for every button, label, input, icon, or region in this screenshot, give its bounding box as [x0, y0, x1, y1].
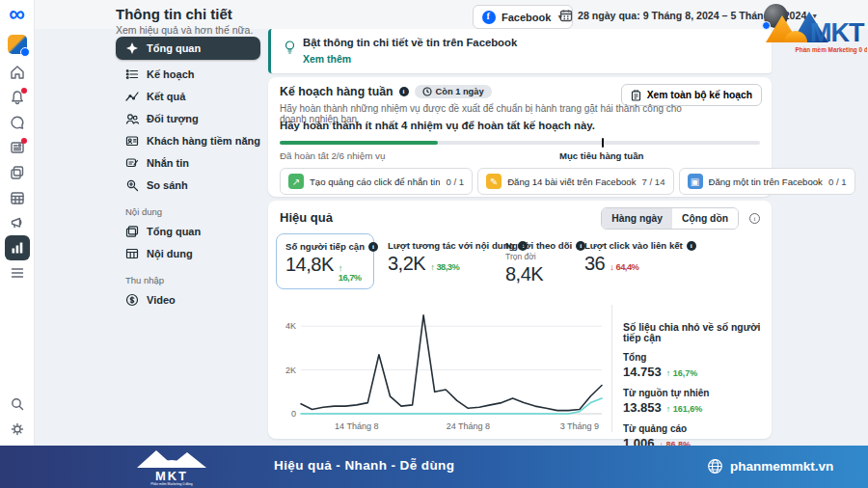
- trend-line-icon: [125, 90, 139, 103]
- sidebar-item-label: Nhắn tin: [147, 157, 189, 169]
- footer-tagline: Hiệu quả - Nhanh - Dễ dùng: [274, 458, 454, 473]
- metric-followers[interactable]: Người theo dõi Trọn đời 8,4K: [505, 240, 585, 285]
- sidebar-item-label: Khách hàng tiềm năng: [147, 135, 260, 147]
- posts-icon[interactable]: [5, 135, 30, 160]
- sidebar-item-plan[interactable]: Kế hoạch: [116, 66, 260, 82]
- weekly-plan-card: Kế hoạch hàng tuần Còn 1 ngày Xem toàn b…: [268, 77, 772, 197]
- notification-dot: [21, 88, 27, 94]
- sidebar-item-video[interactable]: Video: [116, 291, 260, 308]
- metric-label: Lượt click vào liên kết: [584, 240, 683, 251]
- stories-insights-banner: Bật thông tin chi tiết về tin trên Faceb…: [268, 29, 772, 73]
- sidebar-item-content[interactable]: Nội dung: [116, 245, 260, 261]
- footer-logo-text: MKT: [155, 469, 188, 483]
- progress-bar: [280, 141, 760, 145]
- sidebar-item-results[interactable]: Kết quả: [116, 88, 260, 104]
- notifications-icon[interactable]: [5, 85, 30, 110]
- metric-label: Lượt tương tác với nội dung: [388, 240, 514, 251]
- planner-icon[interactable]: [5, 185, 30, 210]
- progress-target-label: Mục tiêu hàng tuần: [559, 150, 643, 161]
- account-selector[interactable]: Facebook ▼: [473, 5, 573, 29]
- weekly-plan-title: Kế hoạch hàng tuần: [280, 85, 393, 98]
- dollar-circle-icon: [125, 293, 139, 307]
- breakdown-label: Từ nguồn tự nhiên: [623, 388, 764, 398]
- days-left-badge: Còn 1 ngày: [415, 85, 492, 98]
- sidebar-item-label: Tổng quan: [147, 226, 201, 237]
- content-copy-icon: [125, 225, 139, 238]
- insights-icon[interactable]: [5, 235, 30, 260]
- metric-label: Số người tiếp cận: [285, 241, 365, 252]
- page-title: Thông tin chi tiết: [116, 6, 232, 22]
- info-icon[interactable]: [368, 242, 378, 252]
- watermark-subtext: Phần mềm Marketing 0 đồng: [796, 45, 868, 54]
- progress-completed-label: Đã hoàn tất 2/6 nhiệm vụ: [280, 150, 385, 161]
- compare-magnifier-icon: [125, 178, 139, 192]
- svg-text:2K: 2K: [285, 366, 296, 375]
- metric-value: 36: [584, 253, 605, 275]
- left-rail: [0, 0, 35, 446]
- tab-daily[interactable]: Hàng ngày: [602, 208, 672, 229]
- insights-sidebar: Tổng quan Kế hoạch Kết quả Đối tượng Khá…: [116, 37, 260, 308]
- sidebar-item-label: So sánh: [147, 179, 188, 191]
- page-subtitle: Xem hiệu quả và hơn thế nữa.: [116, 24, 253, 36]
- breakdown-row-total: Tổng 14.75316,7%: [623, 352, 764, 379]
- calendar-icon: [559, 9, 573, 22]
- story-photo-icon: ▣: [688, 174, 703, 189]
- info-icon[interactable]: [687, 241, 696, 251]
- mkt-footer-logo: MKT Phần mềm Marketing 0 đồng: [123, 447, 224, 488]
- sidebar-item-audience[interactable]: Đối tượng: [116, 110, 260, 126]
- sidebar-item-leads[interactable]: Khách hàng tiềm năng: [116, 132, 260, 149]
- globe-icon: [707, 458, 723, 478]
- sidebar-item-content-overview[interactable]: Tổng quan: [116, 223, 260, 239]
- ads-icon[interactable]: [5, 210, 30, 235]
- sidebar-item-messaging[interactable]: Nhắn tin: [116, 154, 260, 171]
- meta-logo-icon[interactable]: [9, 1, 24, 26]
- inbox-icon[interactable]: [5, 110, 30, 135]
- sidebar-item-benchmarking[interactable]: So sánh: [116, 176, 260, 193]
- sidebar-section-content: Nội dung: [116, 206, 260, 217]
- sidebar-item-label: Nội dung: [147, 248, 193, 259]
- info-icon[interactable]: [749, 213, 760, 224]
- settings-icon[interactable]: [5, 417, 30, 442]
- task-publish-story[interactable]: ▣ Đăng một tin trên Facebook 0 / 1: [679, 168, 855, 195]
- weekly-plan-goal-text: Hãy hoàn thành ít nhất 4 nhiệm vụ để hoà…: [280, 120, 595, 131]
- facebook-badge-icon: [20, 47, 30, 57]
- metric-reach[interactable]: Số người tiếp cận 14,8K16,7%: [276, 233, 374, 289]
- breakdown-label: Từ quảng cáo: [623, 423, 764, 434]
- pages-icon[interactable]: [5, 160, 30, 185]
- metric-value: 8,4K: [505, 263, 543, 285]
- lightbulb-icon: [283, 40, 297, 59]
- task-label: Đăng một tin trên Facebook: [709, 176, 823, 187]
- sidebar-item-overview[interactable]: Tổng quan: [116, 37, 260, 60]
- tab-cumulative[interactable]: Cộng dồn: [672, 208, 738, 229]
- people-icon: [125, 112, 139, 125]
- task-label: Tạo quảng cáo click để nhắn tin: [310, 176, 440, 187]
- metric-link-clicks[interactable]: Lượt click vào liên kết 3664,4%: [584, 240, 696, 275]
- checklist-icon: [125, 68, 139, 81]
- clipboard-icon: [631, 90, 641, 101]
- metric-value: 3,2K: [388, 253, 425, 275]
- task-publish-posts[interactable]: ✎ Đăng 14 bài viết trên Facebook 7 / 14: [477, 168, 673, 195]
- task-count: 7 / 14: [642, 176, 665, 187]
- home-icon[interactable]: [5, 60, 30, 85]
- svg-text:3 Tháng 9: 3 Tháng 9: [560, 421, 599, 431]
- metric-change: 64,4%: [610, 262, 638, 272]
- svg-text:14 Tháng 8: 14 Tháng 8: [335, 421, 378, 431]
- task-create-click-to-message-ad[interactable]: ↗ Tạo quảng cáo click để nhắn tin 0 / 1: [280, 168, 473, 195]
- content-grid-icon: [125, 247, 139, 260]
- info-icon[interactable]: [399, 87, 409, 96]
- banner-see-more-link[interactable]: Xem thêm: [303, 53, 351, 65]
- performance-card: Hiệu quả Hàng ngày Cộng dồn Số người tiế…: [268, 201, 772, 439]
- days-left-label: Còn 1 ngày: [436, 87, 484, 96]
- mkt-watermark-logo: MKT Phần mềm Marketing 0 đồng: [765, 6, 867, 56]
- pencil-icon: ✎: [486, 174, 502, 189]
- reach-breakdown-panel: Số liệu chia nhỏ về số người tiếp cận Tổ…: [623, 322, 764, 459]
- all-tools-icon[interactable]: [5, 260, 30, 285]
- facebook-icon: [482, 11, 496, 24]
- banner-title: Bật thông tin chi tiết về tin trên Faceb…: [303, 37, 517, 48]
- svg-text:24 Tháng 8: 24 Tháng 8: [447, 421, 490, 431]
- metric-label: Người theo dõi: [505, 240, 572, 251]
- business-page-avatar[interactable]: [8, 35, 27, 54]
- sidebar-item-label: Đối tượng: [147, 113, 199, 124]
- clock-icon: [422, 87, 432, 96]
- search-icon[interactable]: [5, 392, 30, 417]
